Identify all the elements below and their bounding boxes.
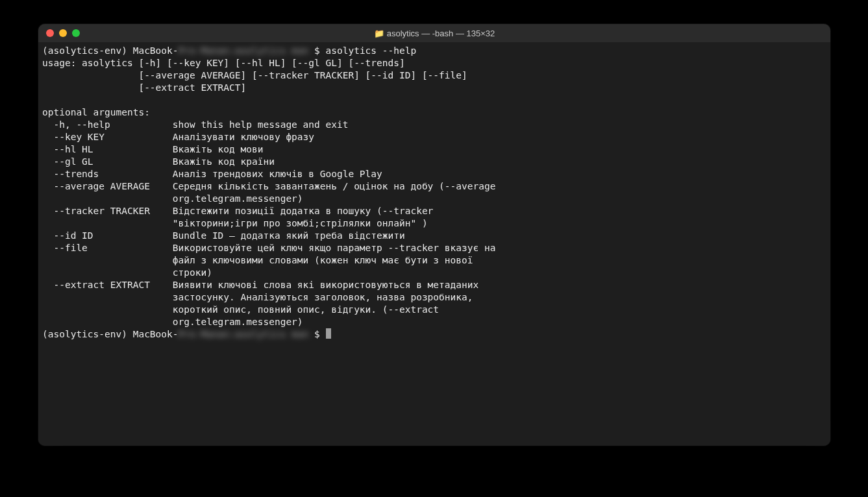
terminal-body[interactable]: (asolytics-env) MacBook-Pro-Manan:asolyt…	[38, 42, 830, 446]
options-header: optional arguments:	[42, 107, 150, 117]
option-tracker-cont: "вікторини;ігри про зомбі;стрілялки онла…	[42, 218, 428, 228]
option-hl: --hl HL Вкажіть код мови	[42, 144, 263, 154]
option-id: --id ID Bundle ID – додатка який треба в…	[42, 230, 405, 241]
option-extract: --extract EXTRACT Виявити ключові слова …	[42, 280, 478, 290]
usage-line: [--extract EXTRACT]	[42, 82, 246, 93]
option-extract-cont: застосунку. Аналізуються заголовок, назв…	[42, 292, 473, 302]
option-gl: --gl GL Вкажіть код країни	[42, 156, 275, 167]
terminal-window: 📁asolytics — -bash — 135×32 (asolytics-e…	[38, 24, 830, 446]
window-title: 📁asolytics — -bash — 135×32	[38, 29, 830, 38]
option-key: --key KEY Аналізувати ключову фразу	[42, 132, 314, 142]
prompt-line: (asolytics-env) MacBook-Pro-Manan:asolyt…	[42, 45, 416, 56]
zoom-icon[interactable]	[72, 29, 80, 37]
window-title-text: asolytics — -bash — 135×32	[387, 29, 495, 38]
option-extract-cont: короткий опис, повний опис, відгуки. (--…	[42, 304, 439, 315]
command-text: asolytics --help	[326, 45, 417, 56]
option-file-cont: файл з ключовими словами (кожен ключ має…	[42, 255, 473, 265]
option-extract-cont: org.telegram.messenger)	[42, 317, 303, 327]
option-trends: --trends Аналіз трендових ключів в Googl…	[42, 169, 382, 179]
option-help: -h, --help show this help message and ex…	[42, 119, 348, 130]
option-file-cont: строки)	[42, 267, 212, 278]
titlebar[interactable]: 📁asolytics — -bash — 135×32	[38, 24, 830, 42]
option-file: --file Використовуйте цей ключ якщо пара…	[42, 243, 495, 253]
option-average: --average AVERAGE Середня кількість зава…	[42, 181, 495, 191]
traffic-lights	[38, 29, 80, 37]
usage-line: usage: asolytics [-h] [--key KEY] [--hl …	[42, 58, 405, 68]
usage-line: [--average AVERAGE] [--tracker TRACKER] …	[42, 70, 467, 80]
prompt-line: (asolytics-env) MacBook-Pro-Manan:asolyt…	[42, 329, 331, 339]
close-icon[interactable]	[46, 29, 54, 37]
option-average-cont: org.telegram.messenger)	[42, 193, 303, 204]
cursor-icon	[326, 328, 331, 339]
option-tracker: --tracker TRACKER Відстежити позиції дод…	[42, 206, 433, 216]
minimize-icon[interactable]	[59, 29, 67, 37]
folder-icon: 📁	[374, 29, 384, 38]
